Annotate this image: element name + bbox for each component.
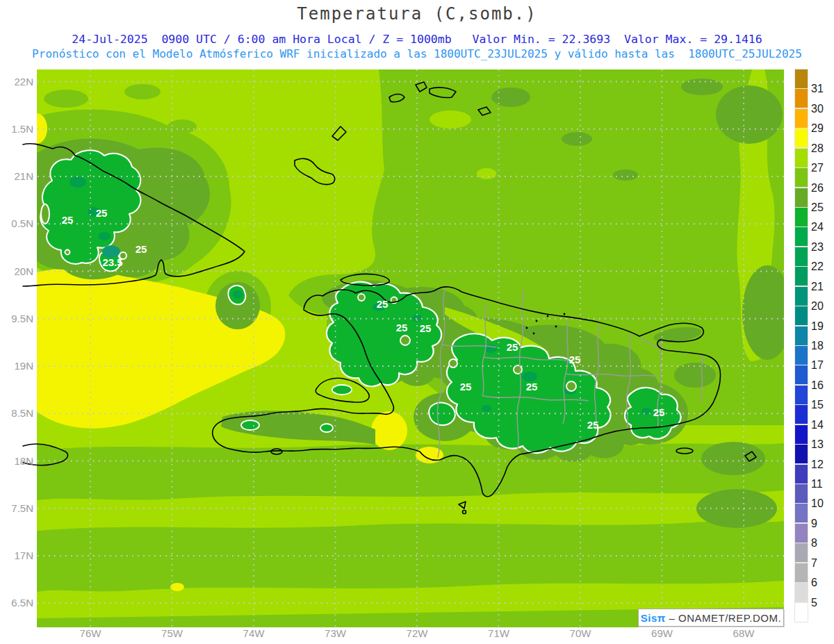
contour-label: 25 <box>62 214 74 226</box>
contour-label: 25 <box>653 406 665 418</box>
colorbar-segment <box>795 69 808 88</box>
colorbar-value-label: 8 <box>811 537 834 550</box>
lon-tick-label: 75W <box>153 627 192 640</box>
lon-tick-label: 70W <box>561 627 600 640</box>
colorbar-value-label: 22 <box>811 261 834 273</box>
colorbar-segment <box>795 603 808 622</box>
colorbar-value-label: 10 <box>811 497 834 510</box>
colorbar-segment <box>795 227 808 246</box>
lon-tick-label: 68W <box>724 627 763 640</box>
colorbar-value-label: 30 <box>811 103 834 115</box>
contour-label: 25 <box>569 354 581 365</box>
lat-tick-label: 20N <box>14 265 33 278</box>
colorbar-value-label: 11 <box>811 478 834 490</box>
colorbar-value-label: 7 <box>811 557 834 570</box>
contour-label: 23.5 <box>102 256 122 268</box>
colorbar-segment <box>795 425 808 444</box>
colorbar-segment <box>795 484 808 503</box>
temperature-map: 25252523.5252525252525252525 <box>0 0 834 644</box>
lat-tick-label: 7.5N <box>11 502 33 515</box>
lat-tick-label: 19N <box>14 360 33 372</box>
lon-tick-label: 72W <box>398 627 436 640</box>
colorbar-value-label: 19 <box>811 320 834 333</box>
colorbar-segment <box>795 365 808 384</box>
colorbar-value-label: 12 <box>811 459 834 471</box>
colorbar-segment <box>795 583 808 602</box>
colorbar-value-label: 27 <box>811 162 834 174</box>
credit-box: Sisπ – ONAMET/REP.DOM. <box>638 609 784 627</box>
colorbar-segment <box>795 247 808 266</box>
colorbar-value-label: 24 <box>811 221 834 233</box>
contour-label: 25 <box>420 322 432 334</box>
shaded-field <box>9 69 792 629</box>
colorbar-segment <box>795 168 808 187</box>
lat-tick-label: 21N <box>14 170 33 183</box>
colorbar-segment <box>795 524 808 543</box>
lat-tick-label: 6.5N <box>11 597 33 609</box>
colorbar-value-label: 20 <box>811 300 834 313</box>
lat-tick-label: 9.5N <box>11 313 33 325</box>
lat-tick-label: 1.5N <box>11 123 33 135</box>
credit-org: – ONAMET/REP.DOM. <box>666 612 781 624</box>
colorbar-segment <box>795 267 808 286</box>
colorbar-value-label: 16 <box>811 379 834 392</box>
colorbar-value-label: 18 <box>811 340 834 352</box>
contour-label: 25 <box>460 381 472 393</box>
colorbar-segment <box>795 504 808 522</box>
lon-tick-label: 76W <box>71 627 110 640</box>
contour-label: 25 <box>136 243 147 255</box>
colorbar-segment <box>795 405 808 424</box>
colorbar-value-label: 9 <box>811 518 834 530</box>
colorbar-value-label: 5 <box>811 597 834 609</box>
lat-tick-label: 18N <box>14 455 33 468</box>
sispi-logo: Sisπ <box>641 612 666 624</box>
lon-tick-label: 71W <box>480 627 518 640</box>
colorbar-value-label: 21 <box>811 281 834 293</box>
colorbar-segment <box>795 287 808 306</box>
lon-tick-label: 69W <box>643 627 682 640</box>
colorbar-segment <box>795 109 808 128</box>
colorbar-value-label: 29 <box>811 122 834 135</box>
colorbar-segment <box>795 346 808 365</box>
colorbar-segment <box>795 129 808 147</box>
colorbar-value-label: 31 <box>811 83 834 95</box>
colorbar-segment <box>795 149 808 167</box>
colorbar-segment <box>795 306 808 325</box>
colorbar-value-label: 6 <box>811 577 834 589</box>
colorbar-value-label: 25 <box>811 201 834 214</box>
colorbar-value-label: 13 <box>811 438 834 451</box>
colorbar-segment <box>795 188 808 207</box>
colorbar-segment <box>795 208 808 226</box>
colorbar-segment <box>795 465 808 484</box>
colorbar-value-label: 28 <box>811 142 834 155</box>
colorbar-segment <box>795 563 808 582</box>
lat-tick-label: 8.5N <box>11 407 33 420</box>
lon-tick-label: 73W <box>316 627 355 640</box>
contour-label: 25 <box>96 207 108 219</box>
colorbar-value-label: 23 <box>811 241 834 254</box>
colorbar-segment <box>795 386 808 404</box>
colorbar-value-label: 14 <box>811 419 834 431</box>
colorbar-segment <box>795 327 808 345</box>
contour-label: 25 <box>587 419 599 431</box>
colorbar-value-label: 26 <box>811 182 834 195</box>
colorbar-value-label: 17 <box>811 359 834 372</box>
contour-label: 25 <box>526 381 538 393</box>
wrf-temperature-forecast-page: Temperatura (C,somb.) 24-Jul-2025 0900 U… <box>0 0 834 644</box>
lat-tick-label: 0.5N <box>11 217 33 230</box>
contour-label: 25 <box>396 322 408 333</box>
lat-tick-label: 17N <box>14 550 33 562</box>
colorbar-segment <box>795 89 808 108</box>
lat-tick-label: 22N <box>14 76 33 88</box>
lon-tick-label: 74W <box>234 627 273 640</box>
colorbar-value-label: 15 <box>811 399 834 411</box>
contour-label: 25 <box>507 341 518 353</box>
contour-label: 25 <box>377 298 389 310</box>
colorbar-segment <box>795 543 808 562</box>
colorbar-segment <box>795 445 808 463</box>
